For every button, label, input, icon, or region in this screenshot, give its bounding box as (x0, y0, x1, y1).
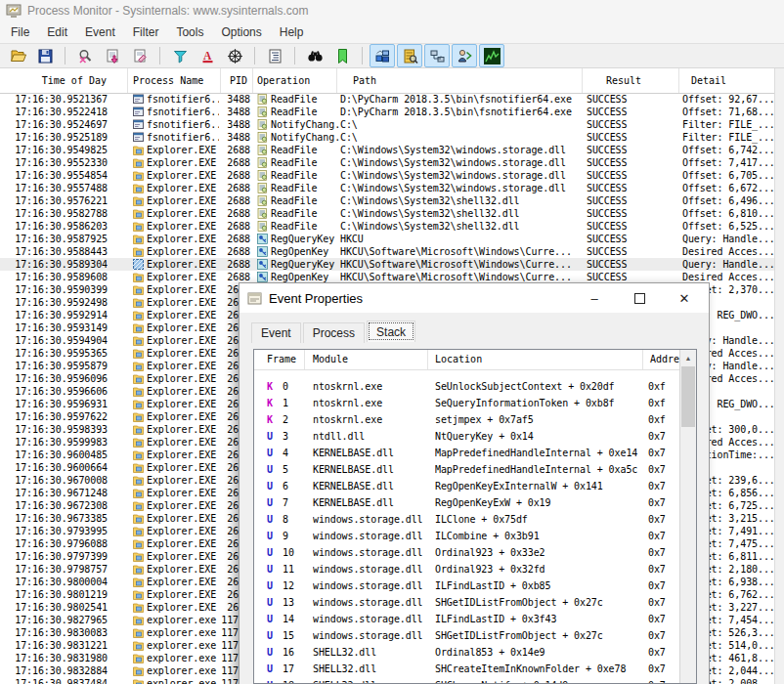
column-header-operation[interactable]: Operation (253, 68, 337, 93)
menu-item-event[interactable]: Event (76, 22, 124, 42)
stack-frame-row[interactable]: U14windows.storage.dllILFindLastID + 0x3… (254, 611, 696, 627)
menu-item-help[interactable]: Help (271, 22, 313, 42)
cell-path: C:\ (340, 118, 583, 131)
find-button[interactable] (302, 44, 327, 67)
table-row[interactable]: 17:16:30.9522418fsnotifier6...3488ReadFi… (0, 106, 774, 118)
filter-icon (172, 48, 189, 64)
stack-frame-row[interactable]: U6KERNELBASE.dllRegOpenKeyExInternalW + … (254, 478, 696, 494)
show-profiling-button[interactable] (479, 44, 504, 67)
stack-frame-row[interactable]: U16SHELL32.dllOrdinal853 + 0x14e90x7 (254, 644, 696, 661)
cell-process-name: Explorer.EXE (147, 537, 219, 550)
table-row[interactable]: 17:16:30.9521367fsnotifier6...3488ReadFi… (0, 93, 774, 106)
show-file-system-button[interactable] (397, 44, 422, 67)
stack-frame-row[interactable]: U3ntdll.dllNtQueryKey + 0x140x7 (254, 428, 696, 445)
main-vertical-scrollbar[interactable] (774, 68, 784, 684)
stack-frame-row[interactable]: U9windows.storage.dllILCombine + 0x3b910… (254, 528, 696, 544)
stack-frame-row[interactable]: U17SHELL32.dllSHCreateItemInKnownFolder … (254, 661, 696, 677)
menu-item-file[interactable]: File (2, 22, 38, 42)
cell-path: C:\Windows\System32\windows.storage.dll (340, 169, 583, 182)
column-header-result[interactable]: Result (583, 68, 679, 93)
explorer-icon (133, 602, 144, 613)
capture-button[interactable] (72, 44, 98, 67)
highlight-button[interactable]: A (195, 44, 220, 67)
stack-frame-row[interactable]: U10windows.storage.dllOrdinal923 + 0x33e… (254, 544, 696, 561)
maximize-button[interactable] (625, 283, 654, 313)
tab-event[interactable]: Event (251, 322, 301, 343)
column-header-process-name[interactable]: Process Name (128, 68, 221, 93)
table-row[interactable]: 17:16:30.9554854Explorer.EXE2688ReadFile… (0, 169, 774, 182)
scroll-up-icon[interactable]: ▲ (680, 350, 696, 366)
stack-frame-row[interactable]: U13windows.storage.dllSHGetIDListFromObj… (254, 594, 696, 611)
frame-number: 1 (283, 395, 304, 411)
show-process-thread-button[interactable] (452, 44, 477, 67)
menu-item-filter[interactable]: Filter (124, 22, 168, 42)
cell-result: SUCCESS (587, 182, 678, 194)
file-operation-icon (257, 195, 268, 206)
stack-column-location[interactable]: Location (428, 350, 643, 369)
show-registry-button[interactable] (370, 44, 395, 67)
cell-time: 17:16:30.9672308 (0, 499, 108, 512)
registry-operation-icon (257, 234, 268, 244)
menu-item-tools[interactable]: Tools (167, 22, 212, 42)
table-row[interactable]: 17:16:30.9589304Explorer.EXE2688RegQuery… (0, 258, 774, 271)
stack-frame-row[interactable]: U4KERNELBASE.dllMapPredefinedHandleInter… (254, 445, 696, 461)
filter-button[interactable] (167, 44, 193, 67)
cell-time: 17:16:30.9673385 (0, 512, 108, 525)
explorer-icon (133, 437, 144, 448)
jump-to-button[interactable] (329, 44, 355, 67)
column-header-detail[interactable]: Detail (679, 68, 774, 93)
process-monitor-window: Process Monitor - Sysinternals: www.sysi… (0, 0, 784, 684)
stack-frame-row[interactable]: U11windows.storage.dllOrdinal923 + 0x32f… (254, 561, 696, 577)
frame-mode-letter: U (267, 627, 281, 644)
table-row[interactable]: 17:16:30.9582788Explorer.EXE2688ReadFile… (0, 207, 774, 220)
table-row[interactable]: 17:16:30.9557488Explorer.EXE2688ReadFile… (0, 182, 774, 194)
minimize-button[interactable]: – (580, 283, 609, 313)
stack-frame-row[interactable]: K2ntoskrnl.exesetjmpex + 0x7af50xf (254, 411, 696, 428)
stack-frame-row[interactable]: U5KERNELBASE.dllMapPredefinedHandleInter… (254, 461, 696, 478)
stack-column-frame[interactable]: Frame (254, 350, 305, 369)
frame-module: ntoskrnl.exe (313, 378, 426, 395)
close-button[interactable]: ✕ (670, 283, 699, 313)
column-header-path[interactable]: Path (337, 68, 583, 93)
stack-frame-row[interactable]: U7KERNELBASE.dllRegOpenKeyExW + 0x190x7 (254, 494, 696, 511)
stack-frame-row[interactable]: U8windows.storage.dllILClone + 0x75df0x7 (254, 511, 696, 528)
process-tree-button[interactable] (262, 44, 287, 67)
cell-time: 17:16:30.9521367 (0, 93, 108, 106)
stack-frame-row[interactable]: K0ntoskrnl.exeSeUnlockSubjectContext + 0… (254, 378, 696, 395)
table-row[interactable]: 17:16:30.9552330Explorer.EXE2688ReadFile… (0, 156, 774, 169)
column-header-time-of-day[interactable]: Time of Day (0, 68, 128, 93)
table-row[interactable]: 17:16:30.9587925Explorer.EXE2688RegQuery… (0, 233, 774, 245)
stack-frame-row[interactable]: K1ntoskrnl.exeSeQueryInformationToken + … (254, 395, 696, 411)
table-row[interactable]: 17:16:30.9549825Explorer.EXE2688ReadFile… (0, 144, 774, 156)
menu-item-options[interactable]: Options (212, 22, 270, 42)
cell-time: 17:16:30.9596931 (0, 398, 108, 410)
frame-module: SHELL32.dll (313, 661, 426, 677)
stack-frame-row[interactable]: U18SHELL32.dllSHChangeNotify + 0x14d90x7 (254, 677, 696, 684)
open-button[interactable] (5, 44, 30, 67)
table-row[interactable]: 17:16:30.9524697fsnotifier6...3488Notify… (0, 118, 774, 131)
show-network-button[interactable] (424, 44, 450, 67)
table-row[interactable]: 17:16:30.9586203Explorer.EXE2688ReadFile… (0, 220, 774, 233)
frame-mode-letter: U (267, 428, 281, 445)
event-properties-icon (247, 291, 262, 306)
cell-detail: Offset: 6,742... (682, 144, 774, 156)
stack-frame-row[interactable]: U12windows.storage.dllILFindLastID + 0xb… (254, 577, 696, 594)
frame-address: 0x7 (648, 494, 681, 511)
cell-process-name: Explorer.EXE (147, 169, 219, 182)
stack-column-module[interactable]: Module (305, 350, 428, 369)
table-row[interactable]: 17:16:30.9588443Explorer.EXE2688RegOpenK… (0, 245, 774, 258)
tab-stack[interactable]: Stack (367, 321, 415, 342)
save-button[interactable] (32, 44, 58, 67)
autoscroll-button[interactable] (100, 44, 125, 67)
frame-number: 3 (283, 428, 304, 445)
menu-item-edit[interactable]: Edit (38, 22, 76, 42)
scroll-thumb[interactable] (681, 366, 695, 427)
table-row[interactable]: 17:16:30.9525189fsnotifier6...3488Notify… (0, 131, 774, 144)
clear-button[interactable] (127, 44, 152, 67)
column-header-pid[interactable]: PID (221, 68, 253, 93)
stack-frame-row[interactable]: U15windows.storage.dllSHGetIDListFromObj… (254, 627, 696, 644)
stack-scrollbar[interactable]: ▲ (679, 350, 696, 684)
tab-process[interactable]: Process (303, 322, 365, 343)
include-process-button[interactable] (222, 44, 247, 67)
table-row[interactable]: 17:16:30.9576221Explorer.EXE2688ReadFile… (0, 194, 774, 207)
